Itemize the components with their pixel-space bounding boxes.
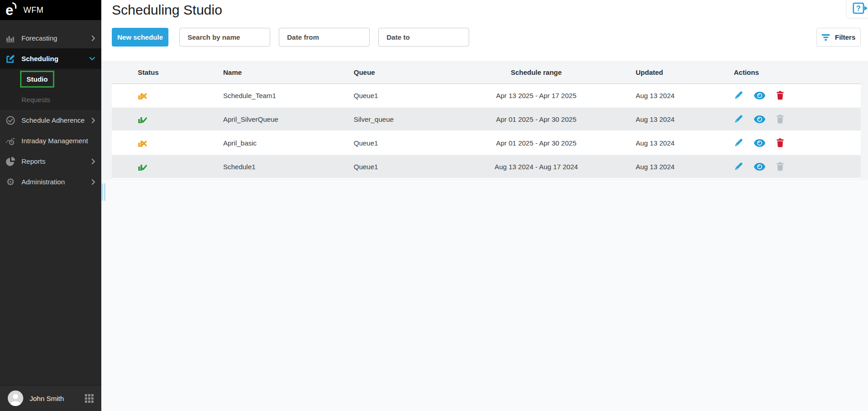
schedule-name: Schedule_Team1 — [223, 92, 354, 99]
schedule-name: April_SilverQueue — [223, 115, 354, 123]
column-header-schedule-range: Schedule range — [456, 68, 616, 76]
pie-chart-icon — [5, 157, 16, 166]
table-row: Schedule_Team1 Queue1 Apr 13 2025 - Apr … — [112, 84, 861, 108]
queue-name: Silver_queue — [354, 115, 456, 123]
sidebar-item-label: Administration — [21, 178, 65, 186]
edit-icon — [5, 54, 16, 63]
user-profile[interactable]: John Smith — [0, 385, 101, 411]
sidebar-item-label: Schedule Adherence — [21, 116, 84, 124]
status-error-icon — [138, 139, 147, 147]
intraday-chart-icon — [5, 136, 16, 146]
table-row: April_SilverQueue Silver_queue Apr 01 20… — [112, 108, 861, 131]
sidebar-item-label: Forecasting — [21, 34, 57, 42]
schedule-range: Apr 13 2025 - Apr 17 2025 — [456, 92, 616, 99]
table-section: Status Name Queue Schedule range Updated… — [101, 61, 868, 411]
view-schedule-button[interactable] — [754, 139, 765, 147]
actions-cell — [730, 162, 861, 171]
table-body: Schedule_Team1 Queue1 Apr 13 2025 - Apr … — [112, 84, 861, 179]
updated-date: Aug 13 2024 — [616, 92, 730, 99]
status-error-icon — [138, 91, 147, 100]
view-schedule-button[interactable] — [754, 163, 765, 171]
chevron-right-icon — [91, 117, 95, 124]
sidebar-item-schedule-adherence[interactable]: Schedule Adherence — [0, 110, 101, 130]
date-from-input[interactable] — [279, 28, 370, 47]
sidebar-item-label: Reports — [21, 157, 46, 165]
search-by-name-input[interactable] — [179, 28, 270, 47]
edit-schedule-button[interactable] — [734, 91, 743, 100]
sidebar-item-administration[interactable]: ⚙ Administration — [0, 172, 101, 192]
queue-name: Queue1 — [354, 139, 456, 147]
date-to-input[interactable] — [378, 28, 469, 47]
chevron-right-icon — [91, 179, 95, 185]
actions-cell — [730, 114, 861, 124]
column-header-actions: Actions — [730, 68, 861, 76]
app-grid-icon[interactable] — [85, 394, 94, 403]
check-circle-icon — [5, 116, 16, 125]
chevron-right-icon — [91, 158, 95, 165]
sidebar-item-studio[interactable]: Studio — [0, 69, 101, 89]
view-schedule-button[interactable] — [754, 115, 765, 123]
delete-schedule-button — [776, 162, 784, 171]
updated-date: Aug 13 2024 — [616, 139, 730, 147]
filters-label: Filters — [835, 33, 855, 41]
sidebar-item-reports[interactable]: Reports — [0, 151, 101, 172]
queue-name: Queue1 — [354, 92, 456, 99]
sidebar-item-requests[interactable]: Requests — [0, 89, 101, 110]
chevron-right-icon — [91, 35, 95, 42]
status-cell — [112, 162, 223, 171]
sidebar-item-label: Intraday Management — [21, 137, 88, 145]
sidebar-item-forecasting[interactable]: Forecasting — [0, 28, 101, 48]
schedule-range: Aug 13 2024 - Aug 17 2024 — [456, 163, 616, 171]
sidebar-item-scheduling[interactable]: Scheduling — [0, 48, 101, 69]
updated-date: Aug 13 2024 — [616, 115, 730, 123]
filter-icon — [821, 34, 830, 41]
column-header-updated: Updated — [616, 68, 730, 76]
edit-schedule-button[interactable] — [734, 162, 743, 171]
column-header-name: Name — [223, 68, 354, 76]
edit-schedule-button[interactable] — [734, 138, 743, 147]
sidebar-item-intraday-management[interactable]: Intraday Management — [0, 130, 101, 151]
updated-date: Aug 13 2024 — [616, 163, 730, 171]
logo-bar: e WFM — [0, 0, 101, 20]
table-row: Schedule1 Queue1 Aug 13 2024 - Aug 17 20… — [112, 155, 861, 179]
avatar — [8, 390, 23, 406]
actions-cell — [730, 138, 861, 147]
brand-name: WFM — [23, 5, 43, 15]
toolbar: New schedule Filters — [112, 28, 861, 47]
edit-schedule-button[interactable] — [734, 114, 743, 124]
svg-text:?: ? — [856, 5, 861, 12]
brand-logo-icon: e — [5, 3, 13, 17]
user-name: John Smith — [30, 395, 64, 402]
schedule-name: Schedule1 — [223, 163, 354, 171]
status-ok-icon — [138, 115, 147, 124]
status-cell — [112, 115, 223, 124]
schedules-table: Status Name Queue Schedule range Updated… — [101, 61, 868, 180]
delete-schedule-button — [776, 114, 784, 124]
sidebar-item-label: Requests — [21, 96, 50, 104]
schedule-range: Apr 01 2025 - Apr 30 2025 — [456, 139, 616, 147]
schedule-name: April_basic — [223, 139, 354, 147]
schedule-range: Apr 01 2025 - Apr 30 2025 — [456, 115, 616, 123]
sidebar-item-label: Scheduling — [21, 55, 58, 62]
view-schedule-button[interactable] — [754, 92, 765, 99]
new-schedule-button[interactable]: New schedule — [112, 28, 168, 47]
sidebar: e WFM Forecasting — [0, 0, 101, 411]
filters-button[interactable]: Filters — [816, 28, 861, 47]
actions-cell — [730, 91, 861, 100]
scheduling-submenu: Studio Requests — [0, 69, 101, 110]
help-question-icon[interactable]: ? — [852, 2, 868, 15]
column-header-status: Status — [112, 68, 223, 76]
delete-schedule-button[interactable] — [776, 138, 784, 147]
status-ok-icon — [138, 162, 147, 171]
sidebar-resize-handle[interactable] — [102, 183, 105, 201]
bar-chart-icon — [5, 34, 16, 42]
table-header-row: Status Name Queue Schedule range Updated… — [112, 61, 861, 84]
gear-icon: ⚙ — [5, 177, 16, 187]
status-cell — [112, 91, 223, 100]
main-content: ? Scheduling Studio New schedule Filters… — [101, 0, 868, 411]
status-cell — [112, 139, 223, 147]
studio-selected-label[interactable]: Studio — [20, 71, 54, 88]
page-title: Scheduling Studio — [112, 2, 222, 18]
delete-schedule-button[interactable] — [776, 91, 784, 100]
chevron-down-icon — [89, 57, 95, 61]
